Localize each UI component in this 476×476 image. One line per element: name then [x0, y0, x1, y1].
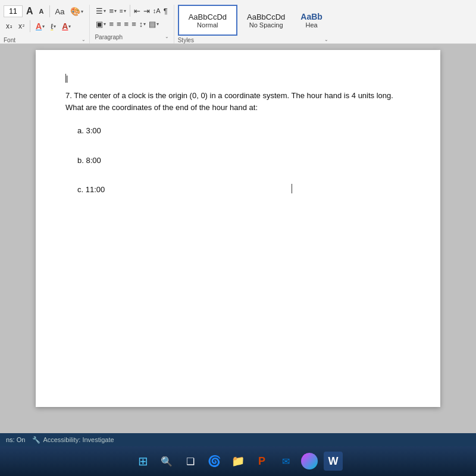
word-icon: W [328, 455, 339, 468]
sep1 [49, 5, 50, 17]
sup-indicator: ² [23, 23, 24, 29]
question-body: The center of a clock is the origin (0, … [65, 91, 393, 112]
paint-bucket-icon: 🎨 [70, 7, 80, 16]
justify-button[interactable]: ≡ [130, 19, 137, 29]
file-explorer-icon: 📁 [231, 455, 245, 468]
heading-style-label: Hea [306, 21, 318, 29]
shading-button[interactable]: ▤▾ [148, 19, 160, 29]
line-spacing-button[interactable]: ↕▾ [138, 19, 148, 29]
question-container: 7. The center of a clock is the origin (… [65, 90, 411, 113]
mail-button[interactable]: ✉ [276, 452, 295, 471]
increase-indent-button[interactable]: ⇥ [142, 6, 151, 16]
paragraph-group-label: Paragraph [95, 34, 123, 40]
spelling-status: ns: On [6, 436, 25, 443]
align-center-button[interactable]: ≡ [115, 19, 123, 29]
edge-icon: 🌀 [208, 455, 221, 468]
highlight-arrow-icon: ▾ [54, 24, 56, 29]
cursor-area: | [65, 74, 411, 83]
avatar-button[interactable] [300, 452, 319, 471]
styles-expand-icon[interactable]: ⌄ [324, 37, 328, 43]
paragraph-group: ☰▾ ≡▾ ≡▾ ⇤ ⇥ ↕A ¶ ▣▾ ≡ ≡ ≡ ≡ ↕▾ ▤▾ [90, 5, 174, 43]
document-area[interactable]: | 7. The center of a clock is the origin… [0, 44, 476, 433]
file-explorer-button[interactable]: 📁 [228, 452, 248, 471]
no-spacing-style-preview: AaBbCcDd [247, 12, 285, 21]
font-color-arrow-icon: ▾ [42, 24, 45, 29]
edge-button[interactable]: 🌀 [205, 452, 224, 471]
text-cursor: | [65, 74, 68, 83]
sub-b-label: b. [77, 156, 86, 165]
highlight-icon: ℓ [51, 22, 53, 31]
document-page[interactable]: | 7. The center of a clock is the origin… [36, 50, 440, 407]
aa-button[interactable]: Aa [53, 6, 67, 17]
app-window: A A Aa 🎨 ▾ x₂ x² [0, 0, 476, 476]
normal-style-button[interactable]: AaBbCcDd Normal [178, 5, 237, 36]
decrease-indent-button[interactable]: ⇤ [133, 6, 142, 16]
sep3 [130, 5, 130, 17]
font-group: A A Aa 🎨 ▾ x₂ x² [4, 5, 90, 43]
question-number: 7. [65, 91, 72, 100]
align-left-button[interactable]: ≡ [108, 19, 115, 29]
styles-buttons-row: AaBbCcDd Normal AaBbCcDd No Spacing AaBb… [178, 5, 328, 36]
powerpoint-button[interactable]: P [252, 452, 271, 471]
sub-a-label: a. [77, 126, 86, 135]
align-right-button[interactable]: ≡ [123, 19, 130, 29]
main-content: | 7. The center of a clock is the origin… [0, 44, 476, 433]
numbering-button[interactable]: ≡▾ [108, 6, 118, 16]
highlight-button[interactable]: ℓ ▾ [48, 21, 58, 32]
ribbon-row1: A A Aa 🎨 ▾ [4, 5, 86, 19]
color-a-icon: A [62, 21, 68, 31]
font-color-picker[interactable]: 🎨 ▾ [68, 5, 86, 17]
sub-a-time: 3:00 [86, 126, 101, 135]
search-button[interactable]: 🔍 [157, 452, 176, 471]
numbering-arrow: ▾ [114, 8, 117, 14]
border-button[interactable]: ▣▾ [95, 19, 107, 29]
font-color-a-button[interactable]: A ▾ [33, 20, 47, 32]
subscript-button[interactable]: x₂ [4, 21, 15, 32]
sub-indicator: ₂ [10, 23, 12, 29]
search-icon: 🔍 [161, 456, 173, 467]
border-arrow: ▾ [104, 21, 106, 27]
dropdown-arrow-icon: ▾ [81, 9, 83, 14]
windows-start-button[interactable]: ⊞ [133, 452, 152, 471]
font-group-label: Font [4, 37, 15, 43]
no-spacing-style-label: No Spacing [249, 21, 283, 29]
font-size-input[interactable] [4, 5, 23, 17]
font-expand-icon[interactable]: ⌄ [82, 37, 86, 43]
windows-logo-icon: ⊞ [138, 454, 148, 468]
bullets-button[interactable]: ☰▾ [95, 6, 107, 16]
status-bar: ns: On 🔧 Accessibility: Investigate [0, 433, 476, 446]
taskbar: ⊞ 🔍 ❑ 🌀 📁 P ✉ W [0, 446, 476, 476]
normal-style-preview: AaBbCcDd [189, 12, 227, 21]
color-arrow-icon: ▾ [68, 24, 71, 29]
spacing-arrow: ▾ [143, 21, 146, 27]
para-row2: ▣▾ ≡ ≡ ≡ ≡ ↕▾ ▤▾ [95, 19, 168, 32]
accessibility-status[interactable]: 🔧 Accessibility: Investigate [32, 436, 114, 444]
inline-cursor [292, 184, 292, 193]
multilevel-button[interactable]: ≡▾ [118, 7, 127, 15]
show-formatting-button[interactable]: ¶ [162, 6, 169, 16]
font-color-button[interactable]: A ▾ [60, 20, 73, 32]
font-grow-button[interactable]: A [24, 5, 36, 18]
no-spacing-style-button[interactable]: AaBbCcDd No Spacing [237, 5, 295, 36]
powerpoint-icon: P [258, 455, 265, 468]
sub-question-b: b. 8:00 [77, 155, 411, 167]
sub-b-time: 8:00 [86, 156, 101, 165]
task-view-button[interactable]: ❑ [181, 452, 200, 471]
word-button[interactable]: W [324, 452, 343, 471]
para-row1: ☰▾ ≡▾ ≡▾ ⇤ ⇥ ↕A ¶ [95, 5, 168, 18]
sort-button[interactable]: ↕A [152, 7, 162, 15]
shading-arrow: ▾ [156, 21, 159, 27]
font-group-labels: Font ⌄ [4, 36, 86, 43]
sub-question-a: a. 3:00 [77, 125, 411, 137]
ribbon-top-section: A A Aa 🎨 ▾ x₂ x² [4, 2, 472, 43]
heading-style-button[interactable]: AaBb Hea [295, 5, 328, 36]
superscript-button[interactable]: x² [16, 21, 27, 32]
normal-style-label: Normal [197, 21, 218, 29]
para-group-labels: Paragraph ⌄ [95, 33, 168, 40]
font-color-a-icon: A [36, 21, 42, 31]
sub-c-label: c. [77, 185, 86, 194]
styles-group: AaBbCcDd Normal AaBbCcDd No Spacing AaBb… [174, 5, 332, 43]
sep2 [30, 20, 30, 32]
paragraph-expand-icon[interactable]: ⌄ [165, 34, 169, 40]
font-shrink-button[interactable]: A [37, 7, 46, 16]
